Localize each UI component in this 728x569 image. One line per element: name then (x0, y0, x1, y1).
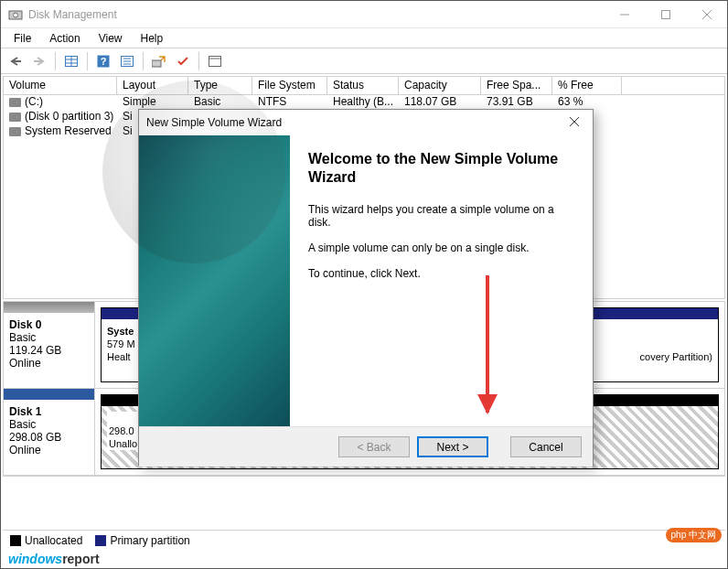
wizard-close-icon[interactable] (563, 113, 585, 132)
svg-rect-18 (152, 60, 161, 67)
props-icon[interactable] (204, 51, 226, 71)
menu-file[interactable]: File (5, 30, 40, 47)
watermark-windowsreport: windowsreport (8, 552, 100, 566)
col-status[interactable]: Status (327, 77, 399, 94)
cancel-button[interactable]: Cancel (510, 436, 582, 457)
watermark-php: php 中文网 (666, 528, 722, 542)
col-filesystem[interactable]: File System (252, 77, 327, 94)
volume-list-header: Volume Layout Type File System Status Ca… (4, 77, 724, 95)
wizard-banner (139, 135, 290, 426)
check-icon[interactable] (172, 51, 194, 71)
volume-row[interactable]: (C:) Simple Basic NTFS Healthy (B... 118… (4, 95, 724, 110)
minimize-button[interactable] (604, 1, 645, 28)
window-title: Disk Management (28, 8, 117, 21)
next-button[interactable]: Next > (417, 436, 488, 457)
disk-label: Disk 0 Basic 119.24 GB Online (4, 302, 95, 388)
swatch-unallocated (10, 535, 21, 546)
partition[interactable]: Syste 579 M Healt (101, 307, 143, 382)
svg-rect-3 (661, 10, 669, 18)
app-icon (8, 7, 23, 22)
close-button[interactable] (686, 1, 727, 28)
volume-icon (9, 113, 21, 122)
wizard-heading: Welcome to the New Simple Volume Wizard (308, 150, 574, 187)
maximize-button[interactable] (645, 1, 686, 28)
grid-icon[interactable] (60, 51, 82, 71)
svg-point-1 (14, 13, 18, 17)
volume-icon (9, 98, 21, 107)
swatch-primary (95, 535, 106, 546)
toolbar: ? (1, 48, 727, 74)
wizard-dialog: New Simple Volume Wizard Welcome to the … (138, 109, 594, 466)
wizard-text: A simple volume can only be on a single … (308, 242, 574, 254)
back-icon[interactable] (5, 51, 27, 71)
window-titlebar: Disk Management (1, 1, 727, 28)
list-icon[interactable] (116, 51, 138, 71)
annotation-arrow (486, 275, 489, 413)
menu-action[interactable]: Action (40, 30, 89, 47)
legend: Unallocated Primary partition (3, 530, 725, 550)
forward-icon[interactable] (28, 51, 50, 71)
disk-label: Disk 1 Basic 298.08 GB Online (4, 389, 95, 475)
svg-text:?: ? (101, 56, 107, 67)
col-free[interactable]: Free Spa... (481, 77, 552, 94)
col-pctfree[interactable]: % Free (552, 77, 622, 94)
volume-icon (9, 127, 21, 136)
wizard-text: This wizard helps you create a simple vo… (308, 203, 574, 229)
col-capacity[interactable]: Capacity (399, 77, 481, 94)
svg-rect-19 (209, 56, 221, 66)
menu-view[interactable]: View (90, 30, 132, 47)
menu-help[interactable]: Help (132, 30, 173, 47)
wizard-text: To continue, click Next. (308, 267, 574, 280)
back-button: < Back (338, 436, 410, 457)
action-icon[interactable] (148, 51, 170, 71)
col-volume[interactable]: Volume (4, 77, 117, 94)
wizard-button-bar: < Back Next > Cancel (139, 426, 593, 467)
help-icon[interactable]: ? (92, 51, 114, 71)
menubar: File Action View Help (1, 28, 727, 48)
